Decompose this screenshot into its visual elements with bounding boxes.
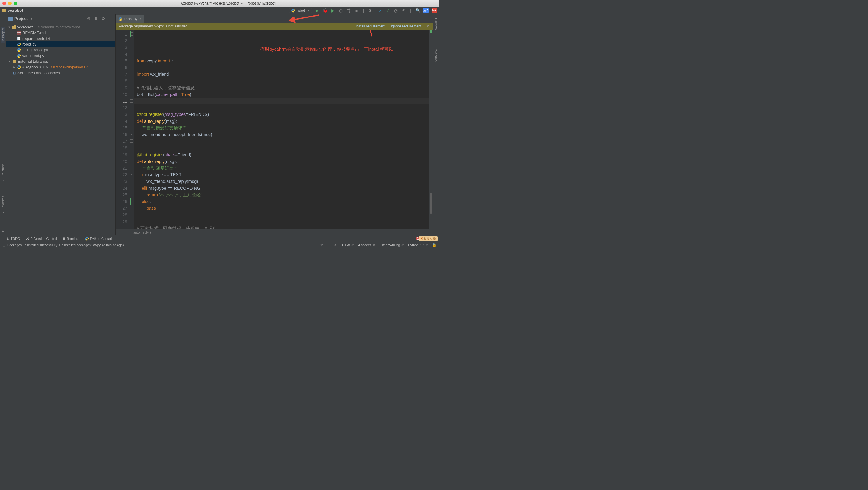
scrollbar-thumb[interactable] <box>430 193 432 213</box>
macos-titlebar: wxrobot [~/PycharmProjects/wxrobot] - ..… <box>0 0 439 7</box>
git-history-icon[interactable]: ◔ <box>393 8 398 13</box>
inspection-indicator[interactable] <box>430 30 432 33</box>
debug-button[interactable]: 🐞 <box>323 8 328 13</box>
git-branch[interactable]: Git: dev-tuling ⇵ <box>379 243 404 247</box>
python-icon <box>17 65 21 69</box>
tool-tab-vcs[interactable]: ⎇9: Version Control <box>26 236 57 240</box>
code-editor[interactable]: 有时pycahrm会自动提示你缺少的库，你只要点击一下install就可以 fr… <box>134 30 429 229</box>
stop-button[interactable]: ■ <box>354 8 359 13</box>
python-icon <box>85 236 89 241</box>
status-icon[interactable]: ▢ <box>2 243 5 247</box>
line-number-gutter[interactable]: 1234567891011121314151617181920212223242… <box>116 30 130 229</box>
install-requirement-link[interactable]: Install requirement <box>355 24 385 28</box>
tool-tab-sciview[interactable]: SciView <box>434 17 438 31</box>
watermark: ✖ 创新互联 <box>418 236 438 241</box>
fold-gutter[interactable]: −−−−−−−−− <box>130 30 134 229</box>
tree-external-libs[interactable]: ▼ ▮▮ External Libraries <box>6 59 116 64</box>
tree-file[interactable]: MDREADME.md <box>6 30 116 36</box>
requirement-banner: Package requirement 'wxpy' is not satisf… <box>116 23 433 30</box>
python-icon <box>291 8 296 13</box>
sidebar-title[interactable]: Project <box>14 16 28 21</box>
tree-file[interactable]: tuling_robot.py <box>6 47 116 53</box>
run-config-label: robot <box>297 8 305 13</box>
locate-icon[interactable]: ⊕ <box>86 16 91 22</box>
git-update-icon[interactable]: ↙ <box>378 8 382 13</box>
main-toolbar: wxrobot robot ▼ ▶ 🐞 ▶ ◷ ⇶ ■ | Git: ↙ ✔ ◔… <box>0 7 439 15</box>
right-tool-gutter: SciView Database <box>433 15 439 235</box>
tree-file[interactable]: wx_friend.py <box>6 53 116 59</box>
tree-file[interactable]: robot.py <box>6 41 116 47</box>
search-icon[interactable]: 🔍 <box>415 8 420 13</box>
annotation-text: 有时pycahrm会自动提示你缺少的库，你只要点击一下install就可以 <box>260 46 393 53</box>
left-tool-gutter: 1: Project 7: Structure 2: Favorites ★ <box>0 15 6 235</box>
banner-settings-icon[interactable]: ✿ <box>427 24 430 28</box>
window-close-dot[interactable] <box>2 1 6 5</box>
editor-scrollbar[interactable] <box>429 30 433 229</box>
tool-tab-terminal[interactable]: ▣Terminal <box>62 236 79 240</box>
indent-config[interactable]: 4 spaces ⇵ <box>358 243 375 247</box>
annotation-arrow-2 <box>366 30 378 39</box>
git-label: Git: <box>368 8 374 13</box>
star-icon: ★ <box>1 229 5 233</box>
chevron-down-icon: ▼ <box>307 9 310 12</box>
coverage-button[interactable]: ▶ <box>331 8 336 13</box>
tool-tab-project[interactable]: 1: Project <box>1 27 5 43</box>
line-separator[interactable]: LF ⇵ <box>329 243 336 247</box>
settings-icon[interactable]: ✿ <box>100 16 106 22</box>
trace-button[interactable]: ⇶ <box>346 8 351 13</box>
lock-icon[interactable]: 🔒 <box>432 243 436 247</box>
collapse-icon[interactable]: ⇊ <box>93 16 98 22</box>
tool-tab-favorites[interactable]: 2: Favorites <box>1 195 5 214</box>
git-revert-icon[interactable]: ↶ <box>401 8 406 13</box>
run-config-selector[interactable]: robot ▼ <box>289 8 312 13</box>
tool-tab-python-console[interactable]: Python Console <box>85 236 114 241</box>
tool-tab-structure[interactable]: 7: Structure <box>1 163 5 182</box>
bottom-toolbar: ≔6: TODO ⎇9: Version Control ▣Terminal P… <box>0 235 439 242</box>
tab-label: robot.py <box>124 17 137 21</box>
tree-project-root[interactable]: ▼ wxrobot ~/PycharmProjects/wxrobot <box>6 24 116 30</box>
tool-tab-database[interactable]: Database <box>434 46 438 63</box>
tree-file[interactable]: 📄requirements.txt <box>6 36 116 41</box>
editor-area: robot.py × Package requirement 'wxpy' is… <box>116 15 433 235</box>
git-commit-icon[interactable]: ✔ <box>385 8 390 13</box>
tool-tab-todo[interactable]: ≔6: TODO <box>2 236 20 240</box>
python-interpreter[interactable]: Python 3.7 ⇵ <box>408 243 428 247</box>
profile-button[interactable]: ◷ <box>338 8 343 13</box>
caret-position[interactable]: 11:19 <box>316 243 324 247</box>
run-button[interactable]: ▶ <box>315 8 320 13</box>
code-breadcrumb[interactable]: auto_reply() <box>116 229 433 235</box>
file-encoding[interactable]: UTF-8 ⇵ <box>341 243 354 247</box>
tab-close-icon[interactable]: × <box>139 17 141 21</box>
project-tree: ▼ wxrobot ~/PycharmProjects/wxrobot MDRE… <box>6 23 116 77</box>
window-min-dot[interactable] <box>8 1 12 5</box>
library-icon: ▮▮ <box>12 59 16 64</box>
tree-python-sdk[interactable]: ▶ < Python 3.7 > /usr/local/bin/python3.… <box>6 64 116 70</box>
window-title: wxrobot [~/PycharmProjects/wxrobot] - ..… <box>21 1 436 5</box>
banner-message: Package requirement 'wxpy' is not satisf… <box>119 24 188 28</box>
hide-icon[interactable]: — <box>107 16 113 22</box>
project-sidebar: Project ▼ ⊕ ⇊ ✿ — ▼ wxrobot ~/PycharmPro… <box>6 15 116 235</box>
folder-icon <box>2 9 6 12</box>
plugin-icon[interactable]: G+ <box>432 8 437 13</box>
editor-tab-robot[interactable]: robot.py × <box>116 15 144 23</box>
project-view-icon <box>8 17 13 21</box>
scratch-icon: ◧ <box>12 71 16 75</box>
translate-icon[interactable]: 文A <box>423 8 429 13</box>
window-max-dot[interactable] <box>14 1 18 5</box>
status-bar: ▢ Packages uninstalled successfully: Uni… <box>0 242 439 248</box>
tree-scratches[interactable]: ▶ ◧ Scratches and Consoles <box>6 70 116 76</box>
ignore-requirement-link[interactable]: Ignore requirement <box>391 24 421 28</box>
python-icon <box>119 17 123 21</box>
chevron-down-icon[interactable]: ▼ <box>30 17 33 20</box>
status-message: Packages uninstalled successfully: Unins… <box>7 243 124 247</box>
breadcrumb-root[interactable]: wxrobot <box>8 8 23 13</box>
svg-line-1 <box>369 30 372 36</box>
